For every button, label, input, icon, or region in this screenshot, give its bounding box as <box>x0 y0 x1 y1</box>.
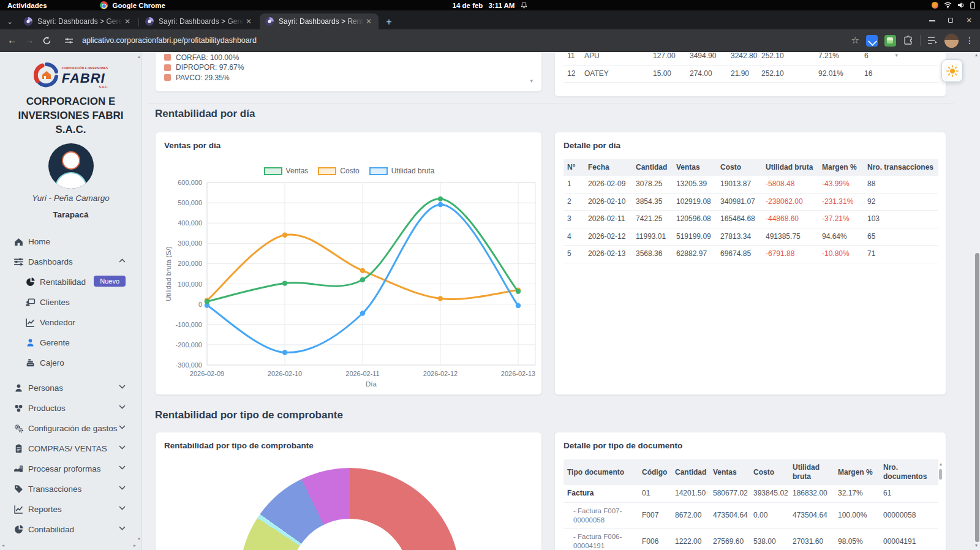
date-label: 14 de feb <box>453 2 483 9</box>
reading-list-icon[interactable] <box>927 36 938 45</box>
menu-label: Gerente <box>40 338 70 347</box>
site-favicon <box>265 17 274 26</box>
clock[interactable]: 14 de feb 3:11 AM <box>453 0 528 10</box>
sidebar-item-vendedor[interactable]: Vendedor <box>0 312 141 333</box>
table-row: - Factura F006-00004191F0061222.0027569.… <box>564 529 938 550</box>
dropdown-caret-icon[interactable]: ▾ <box>895 52 898 58</box>
sidebar-item-transacciones[interactable]: Transacciones <box>0 479 141 499</box>
svg-text:2026-02-11: 2026-02-11 <box>345 370 379 377</box>
chart-legend[interactable]: VentasCostoUtilidad bruta <box>156 167 543 175</box>
tab-3-active[interactable]: Sayri: Dashboards > Rent ✕ <box>260 13 379 29</box>
tab-close-icon[interactable]: ✕ <box>244 17 254 26</box>
sidebar-item-contabilidad[interactable]: Contabilidad <box>0 519 141 540</box>
close-button[interactable]: ✕ <box>964 15 974 25</box>
bookmark-star-icon[interactable]: ☆ <box>851 35 859 46</box>
gears-icon <box>13 423 24 434</box>
table-scroll-up-icon[interactable]: ▴ <box>940 462 942 467</box>
restore-button[interactable] <box>946 15 956 25</box>
card-top-legend: CORFAB: 100.00%DIPROPOR: 97.67%PAVCO: 29… <box>155 52 542 92</box>
sidebar-item-home[interactable]: Home <box>0 232 141 252</box>
column-header: Margen % <box>818 159 864 176</box>
extension-blue-icon[interactable] <box>866 35 878 47</box>
card-day-table: Detalle por día N°FechaCantidadVentasCos… <box>554 132 946 395</box>
tags-icon <box>13 484 24 494</box>
section-heading-day: Rentabilidad por día <box>155 108 255 120</box>
tab-close-icon[interactable]: ✕ <box>364 17 374 26</box>
menu-label: Cajero <box>40 358 64 367</box>
sidebar-scroll-left-icon[interactable]: ◂ <box>2 543 4 548</box>
sidebar-item-reportes[interactable]: Reportes <box>0 499 141 519</box>
chevron-down-icon <box>119 405 126 409</box>
system-tray[interactable] <box>932 0 975 10</box>
clipboard-icon <box>13 443 24 454</box>
menu-label: Reportes <box>28 505 62 514</box>
menu-label: Clientes <box>40 298 70 307</box>
chart-legend-item[interactable]: Utilidad bruta <box>369 167 435 175</box>
card-doc-table: Detalle por tipo de documento Tipo docum… <box>554 432 946 550</box>
chart-legend-item[interactable]: Ventas <box>264 167 309 175</box>
kebab-menu-icon[interactable]: ⋮ <box>965 36 974 45</box>
svg-text:2026-02-12: 2026-02-12 <box>423 370 458 377</box>
sidebar-item-productos[interactable]: Productos <box>0 398 141 418</box>
sidebar-item-configuracion-gastos[interactable]: Configuración de gastos <box>0 418 141 439</box>
reload-button[interactable] <box>38 32 55 49</box>
sidebar-item-cajero[interactable]: Cajero <box>0 353 141 373</box>
table-scrollbar-thumb[interactable] <box>939 469 942 480</box>
active-app-name[interactable]: Google Chrome <box>113 2 165 9</box>
column-header: Cantidad <box>632 159 673 176</box>
legend-item: CORFAB: 100.00% <box>164 53 336 63</box>
volume-icon <box>957 2 965 9</box>
tab-search-button[interactable]: ⌄ <box>4 16 16 28</box>
column-header: Nro. transacciones <box>864 159 938 176</box>
chevron-down-icon <box>119 486 126 490</box>
sidebar-item-clientes[interactable]: Clientes <box>0 292 141 312</box>
chevron-down-icon <box>119 425 126 429</box>
page-scroll-down-icon[interactable]: ▾ <box>975 543 978 548</box>
svg-text:2026-02-10: 2026-02-10 <box>268 370 302 377</box>
logo-swirl-icon <box>34 62 59 88</box>
sidebar-item-rentabilidad[interactable]: Rentabilidad Nuevo <box>0 272 141 292</box>
sun-button[interactable] <box>941 59 963 82</box>
minimize-button[interactable] <box>927 15 937 25</box>
table-header-row: N°FechaCantidadVentasCostoUtilidad bruta… <box>564 159 938 176</box>
sidebar-scroll-up-icon[interactable]: ▴ <box>138 55 140 59</box>
new-tab-button[interactable]: + <box>382 15 396 29</box>
donut-chart[interactable] <box>239 468 460 550</box>
table-row: 22026-02-103854.35102919.08340981.07-238… <box>564 193 938 211</box>
site-info-button[interactable] <box>60 32 77 49</box>
profile-avatar[interactable] <box>944 34 959 48</box>
sidebar-item-procesar-proformas[interactable]: Procesar proformas <box>0 459 141 479</box>
table-row: 42026-02-1211993.01519199.0927813.344913… <box>564 228 938 246</box>
sidebar-item-dashboards[interactable]: Dashboards <box>0 252 141 272</box>
line-chart[interactable]: 600,000500,000400,000300,000200,000100,0… <box>162 178 537 389</box>
chart-legend-item[interactable]: Costo <box>318 167 359 175</box>
column-header: Utilidad bruta <box>762 159 818 176</box>
page-scrollbar-thumb[interactable] <box>975 253 979 542</box>
back-button[interactable]: ← <box>4 32 21 49</box>
tune-icon <box>64 37 74 45</box>
url-bar[interactable]: aplicativo.corporacionfabri.pe/profitabi… <box>82 36 257 45</box>
tab-strip: ⌄ Sayri: Dashboards > Gere ✕ Sayri: Dash… <box>0 10 980 29</box>
activities-button[interactable]: Actividades <box>7 2 47 9</box>
sidebar-item-personas[interactable]: Personas <box>0 378 141 398</box>
dropdown-caret-icon[interactable]: ▾ <box>530 78 533 84</box>
chevron-up-icon <box>119 258 126 263</box>
sidebar-scroll-down-icon[interactable]: ▾ <box>138 537 140 541</box>
tab-separator <box>138 18 139 26</box>
sidebar-scroll-right-icon[interactable]: ▸ <box>134 543 136 548</box>
user-avatar[interactable] <box>48 143 94 189</box>
tab-2[interactable]: Sayri: Dashboards > Gere ✕ <box>140 13 258 29</box>
forward-button[interactable]: → <box>21 32 38 49</box>
tab-close-icon[interactable]: ✕ <box>123 17 132 26</box>
sidebar-item-gerente[interactable]: Gerente <box>0 333 141 353</box>
legend-swatch-icon <box>164 54 171 61</box>
sidebar: CORPORACIÓN E INVERSIONES FABRI S.A.C. C… <box>0 52 142 550</box>
sliders-icon <box>13 257 24 267</box>
sidebar-item-compras-ventas[interactable]: COMPRAS/ VENTAS <box>0 439 141 459</box>
extensions-puzzle-icon[interactable] <box>903 36 913 46</box>
extension-green-icon[interactable] <box>884 35 896 47</box>
wifi-icon <box>944 2 952 9</box>
tab-1[interactable]: Sayri: Dashboards > Gere ✕ <box>18 13 137 29</box>
page-scroll-up-icon[interactable]: ▴ <box>975 52 978 58</box>
column-header: Costo <box>717 159 762 176</box>
